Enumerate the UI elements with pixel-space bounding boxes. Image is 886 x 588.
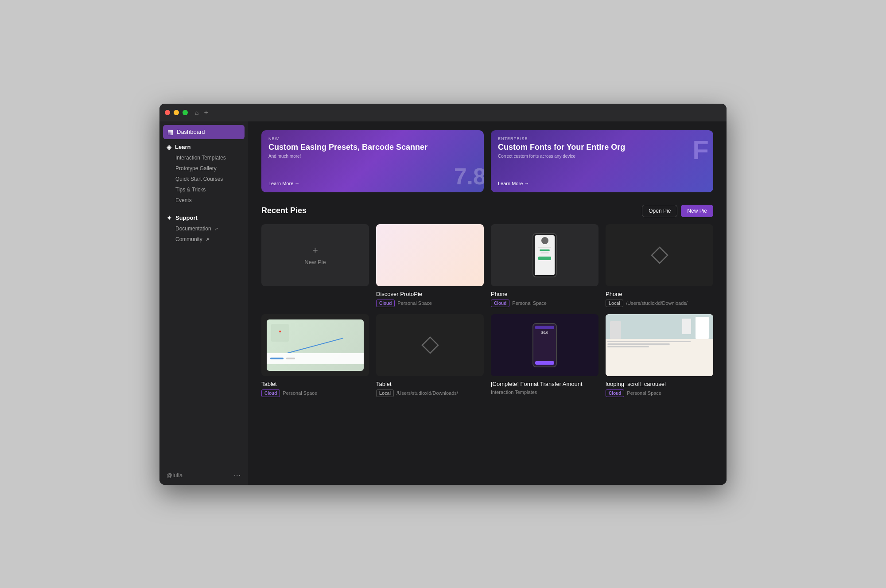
phone-local-location: /Users/studioxid/Downloads/ — [626, 300, 688, 306]
phone-cloud-card[interactable]: Phone Cloud Personal Space — [491, 224, 598, 307]
new-pie-button[interactable]: New Pie — [681, 205, 713, 217]
phone-mockup — [532, 233, 557, 277]
sidebar-dashboard-label: Dashboard — [177, 129, 205, 135]
home-icon[interactable]: ⌂ — [195, 109, 198, 116]
close-button[interactable] — [165, 110, 170, 115]
banner-new-title: Custom Easing Presets, Barcode Scanner — [268, 143, 477, 152]
sidebar-item-documentation[interactable]: Documentation ↗ — [159, 223, 248, 234]
phone-cloud-meta: Cloud Personal Space — [491, 300, 598, 307]
banner-enterprise[interactable]: ENTERPRISE Custom Fonts for Your Entire … — [491, 130, 713, 192]
looping-badge: Cloud — [606, 389, 624, 397]
tablet-cloud-card[interactable]: 📍 Tablet Cloud Personal Sp — [261, 314, 369, 397]
tablet-cloud-location: Personal Space — [283, 390, 317, 396]
transfer-header-bar — [535, 326, 554, 329]
user-menu-button[interactable]: ··· — [234, 471, 241, 479]
banner-enterprise-title: Custom Fonts for Your Entire Org — [498, 143, 706, 152]
phone-screen — [535, 235, 555, 275]
new-pie-thumb[interactable]: + New Pie — [261, 224, 369, 286]
phone-cloud-name: Phone — [491, 291, 598, 297]
phone-local-card[interactable]: Phone Local /Users/studioxid/Downloads/ — [606, 224, 713, 307]
banner-new-tag: NEW — [268, 136, 477, 141]
sidebar: ▦ Dashboard ◈ Learn Interaction Template… — [159, 121, 248, 485]
pie-actions: Open Pie New Pie — [642, 205, 713, 217]
loop-line-3 — [607, 346, 649, 347]
tablet-mockup: 📍 — [267, 319, 364, 371]
new-pie-placeholder: + New Pie — [304, 245, 326, 265]
learn-label: Learn — [175, 144, 190, 150]
loop-line-2 — [607, 343, 670, 345]
sidebar-support-section[interactable]: ✦ Support — [159, 210, 248, 223]
tablet-cloud-badge: Cloud — [261, 389, 280, 397]
transfer-thumb: $0.0 — [491, 314, 598, 376]
discover-protopie-meta: Cloud Personal Space — [376, 300, 484, 307]
sidebar-item-interaction-templates[interactable]: Interaction Templates — [159, 152, 248, 163]
map-route-line — [287, 338, 343, 354]
transfer-amount-text: $0.0 — [535, 331, 554, 335]
sidebar-item-events[interactable]: Events — [159, 195, 248, 206]
looping-mockup — [606, 314, 713, 376]
phone-cloud-badge: Cloud — [491, 300, 509, 307]
sidebar-learn-section[interactable]: ◈ Learn — [159, 139, 248, 152]
support-icon: ✦ — [167, 214, 172, 222]
pie-grid: + New Pie Discover ProtoPie Cloud Person… — [261, 224, 713, 397]
transfer-mockup: $0.0 — [532, 323, 557, 367]
discover-protopie-thumb — [376, 224, 484, 286]
loop-text-area — [606, 339, 713, 376]
banner-new-link[interactable]: Learn More → — [268, 181, 477, 186]
minimize-button[interactable] — [174, 110, 179, 115]
recent-pies-title: Recent Pies — [261, 206, 307, 215]
map-thumbnail: 📍 — [267, 319, 364, 371]
sidebar-item-dashboard[interactable]: ▦ Dashboard — [163, 125, 245, 139]
external-link-icon: ↗ — [214, 226, 218, 231]
transfer-card[interactable]: $0.0 [Complete] Format Transfer Amount I… — [491, 314, 598, 397]
looping-location: Personal Space — [627, 390, 661, 396]
transfer-action-btn — [535, 361, 554, 365]
diamond-icon-2 — [420, 335, 441, 356]
looping-card[interactable]: looping_scroll_carousel Cloud Personal S… — [606, 314, 713, 397]
banner-enterprise-tag: ENTERPRISE — [498, 136, 706, 141]
discover-protopie-card[interactable]: Discover ProtoPie Cloud Personal Space — [376, 224, 484, 307]
sidebar-item-quick-start[interactable]: Quick Start Courses — [159, 174, 248, 184]
transfer-location: Interaction Templates — [491, 389, 537, 395]
transfer-name: [Complete] Format Transfer Amount — [491, 381, 598, 387]
tablet-local-meta: Local /Users/studioxid/Downloads/ — [376, 389, 484, 397]
plus-icon: + — [312, 245, 318, 256]
sidebar-footer: @iulia ··· — [159, 466, 248, 485]
new-pie-card[interactable]: + New Pie — [261, 224, 369, 307]
transfer-meta: Interaction Templates — [491, 389, 598, 395]
discover-protopie-badge: Cloud — [376, 300, 395, 307]
dashboard-icon: ▦ — [167, 129, 173, 136]
looping-name: looping_scroll_carousel — [606, 381, 713, 387]
sidebar-item-prototype-gallery[interactable]: Prototype Gallery — [159, 163, 248, 174]
phone-cloud-location: Personal Space — [512, 300, 547, 306]
banner-enterprise-content: ENTERPRISE Custom Fonts for Your Entire … — [491, 130, 713, 192]
sidebar-item-tips-tricks[interactable]: Tips & Tricks — [159, 184, 248, 195]
maximize-button[interactable] — [183, 110, 188, 115]
app-window: ⌂ + ▦ Dashboard ◈ Learn Interaction Temp… — [159, 104, 727, 485]
phone-cloud-thumb — [491, 224, 598, 286]
banner-new[interactable]: NEW Custom Easing Presets, Barcode Scann… — [261, 130, 484, 192]
open-pie-button[interactable]: Open Pie — [642, 205, 677, 217]
support-label: Support — [175, 214, 198, 221]
protopie-thumbnail — [376, 224, 484, 286]
content-area: NEW Custom Easing Presets, Barcode Scann… — [248, 121, 727, 485]
looping-meta: Cloud Personal Space — [606, 389, 713, 397]
phone-local-meta: Local /Users/studioxid/Downloads/ — [606, 300, 713, 307]
tablet-local-thumb — [376, 314, 484, 376]
new-tab-button[interactable]: + — [204, 109, 208, 117]
recent-pies-header: Recent Pies Open Pie New Pie — [261, 205, 713, 217]
titlebar: ⌂ + — [159, 104, 727, 121]
sidebar-item-community[interactable]: Community ↗ — [159, 234, 248, 245]
banners-section: NEW Custom Easing Presets, Barcode Scann… — [261, 130, 713, 192]
tablet-local-card[interactable]: Tablet Local /Users/studioxid/Downloads/ — [376, 314, 484, 397]
banner-enterprise-link[interactable]: Learn More → — [498, 181, 706, 186]
tablet-cloud-thumb: 📍 — [261, 314, 369, 376]
phone-local-badge: Local — [606, 300, 623, 307]
banner-enterprise-subtitle: Correct custom fonts across any device — [498, 154, 706, 159]
tablet-local-name: Tablet — [376, 381, 484, 387]
user-label: @iulia — [167, 472, 183, 479]
loop-line-1 — [607, 341, 691, 342]
tablet-local-badge: Local — [376, 389, 394, 397]
discover-protopie-name: Discover ProtoPie — [376, 291, 484, 297]
phone-local-name: Phone — [606, 291, 713, 297]
